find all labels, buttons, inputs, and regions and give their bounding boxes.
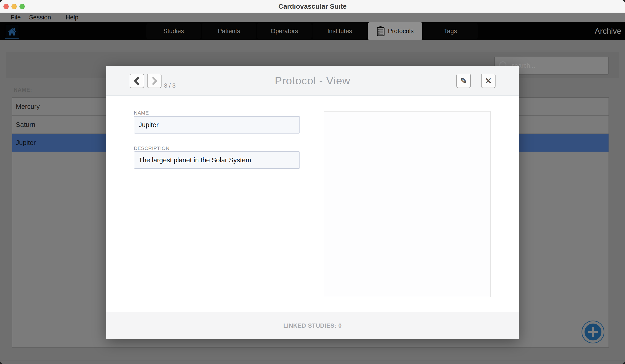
dialog-header: 3 / 3 Protocol - View ✎ ✕ (106, 66, 519, 95)
x-icon: ✕ (485, 77, 492, 85)
app-window: FileSessionHelp Studies (0, 0, 625, 364)
pencil-icon: ✎ (460, 77, 467, 85)
edit-protocol-button[interactable]: ✎ (456, 74, 471, 88)
description-field-label: DESCRIPTION (134, 145, 169, 151)
description-field[interactable] (134, 151, 300, 169)
titlebar: Cardiovascular Suite (0, 0, 625, 13)
protocol-detail-panel (324, 111, 491, 297)
window-title: Cardiovascular Suite (0, 0, 625, 13)
chevron-left-icon (132, 76, 142, 86)
previous-protocol-button[interactable] (130, 74, 144, 88)
name-field-label: NAME (134, 110, 149, 116)
name-field[interactable] (134, 116, 300, 134)
next-protocol-button[interactable] (147, 74, 161, 88)
chevron-right-icon (150, 76, 159, 86)
linked-studies-count: LINKED STUDIES: 0 (283, 322, 342, 329)
pagination-indicator: 3 / 3 (164, 82, 176, 89)
dialog-footer: LINKED STUDIES: 0 (106, 312, 519, 339)
close-dialog-button[interactable]: ✕ (481, 74, 496, 88)
protocol-view-dialog: 3 / 3 Protocol - View ✎ ✕ NAME DESCRIPTI… (106, 66, 519, 339)
